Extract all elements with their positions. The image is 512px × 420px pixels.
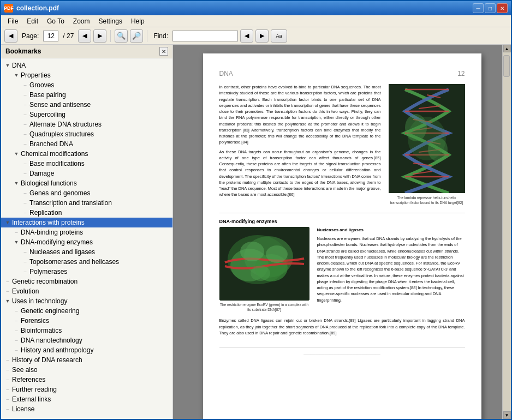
bookmark-label-interactions: Interactions with proteins xyxy=(12,219,85,226)
bookmark-supercoiling[interactable]: – Supercoiling xyxy=(1,110,172,119)
menu-file[interactable]: File xyxy=(3,16,22,26)
bookmark-interactions[interactable]: ▼ Interactions with proteins xyxy=(1,218,172,227)
find-input[interactable] xyxy=(172,31,238,41)
next-page-button[interactable]: ▶ xyxy=(93,29,106,43)
pdf-image-col: The lambda repressor helix-turn-helix tr… xyxy=(389,84,465,205)
window-title: collection.pdf xyxy=(16,4,469,12)
expander-topoisomerases: – xyxy=(21,257,29,266)
bookmark-dna[interactable]: ▼ DNA xyxy=(1,61,172,70)
bookmark-base-mods[interactable]: – Base modifications xyxy=(1,159,172,169)
svg-line-2 xyxy=(419,106,440,109)
bookmark-label-dna-modifying: DNA-modifying enzymes xyxy=(21,238,93,246)
bookmarks-close-button[interactable]: ✕ xyxy=(159,47,168,56)
minimize-button[interactable]: ─ xyxy=(473,3,484,13)
bookmark-genetic-recomb[interactable]: – Genetic recombination xyxy=(1,277,172,286)
pdf-paragraph-1: In contrast, other proteins have evolved… xyxy=(219,84,381,146)
separator-2 xyxy=(147,30,147,42)
bookmark-transcription[interactable]: – Transcription and translation xyxy=(1,198,172,208)
bookmark-license[interactable]: – License xyxy=(1,404,172,414)
bookmark-label-bio: Biological functions xyxy=(21,179,77,187)
enzyme-section-row: The restriction enzyme EcoRV (green) in … xyxy=(219,227,465,312)
bookmark-label-history-anthro: History and anthropology xyxy=(21,346,93,354)
bookmark-history-dna[interactable]: – History of DNA research xyxy=(1,355,172,365)
bookmark-chemical-mods[interactable]: ▼ Chemical modifications xyxy=(1,149,172,159)
bookmark-label-transcription: Transcription and translation xyxy=(29,199,112,207)
maximize-button[interactable]: □ xyxy=(485,3,496,13)
bookmark-genes-genomes[interactable]: – Genes and genomes xyxy=(1,188,172,198)
bookmark-damage[interactable]: – Damage xyxy=(1,169,172,178)
subsection-title: Nucleases and ligases xyxy=(317,227,465,233)
expander-genetic-eng: – xyxy=(12,307,21,315)
expander-supercoiling: – xyxy=(21,110,29,119)
find-label: Find: xyxy=(151,32,170,40)
pdf-viewer[interactable]: DNA 12 In contrast, other proteins have … xyxy=(173,45,511,419)
zoom-out-button[interactable]: 🔍 xyxy=(115,29,128,43)
scroll-up-button[interactable]: ▲ xyxy=(503,45,511,52)
svg-point-15 xyxy=(428,137,448,161)
expander-uses: ▼ xyxy=(3,297,12,305)
bookmark-label-chemical: Chemical modifications xyxy=(21,150,88,158)
find-prev-button[interactable]: ◀ xyxy=(240,29,253,43)
bookmark-dna-nano[interactable]: – DNA nanotechnology xyxy=(1,335,172,345)
bookmark-dna-modifying[interactable]: ▼ DNA-modifying enzymes xyxy=(1,237,172,247)
bookmark-label-branched: Branched DNA xyxy=(29,140,73,148)
bookmark-replication[interactable]: – Replication xyxy=(1,208,172,218)
enzyme-image-col: The restriction enzyme EcoRV (green) in … xyxy=(219,227,309,312)
bookmark-bio-functions[interactable]: ▼ Biological functions xyxy=(1,178,172,188)
bookmark-alternate-dna[interactable]: – Alternate DNA structures xyxy=(1,119,172,129)
scrollbar-track[interactable]: ▲ ▼ xyxy=(502,45,511,419)
bookmark-quadruplex[interactable]: – Quadruplex structures xyxy=(1,129,172,139)
bookmark-uses-tech[interactable]: ▼ Uses in technology xyxy=(1,296,172,306)
bookmark-external-links[interactable]: – External links xyxy=(1,394,172,404)
bookmark-nucleases[interactable]: – Nucleases and ligases xyxy=(1,247,172,257)
bookmark-dna-binding[interactable]: – DNA-binding proteins xyxy=(1,227,172,237)
bookmark-label-further: Further reading xyxy=(12,386,57,393)
bookmark-label-dna-binding: DNA-binding proteins xyxy=(21,229,83,236)
bookmark-label-external: External links xyxy=(12,395,51,403)
bookmark-history-anthro[interactable]: – History and anthropology xyxy=(1,345,172,355)
bookmark-forensics[interactable]: – Forensics xyxy=(1,316,172,326)
prev-page-button[interactable]: ◀ xyxy=(78,29,91,43)
bookmark-label-polymerases: Polymerases xyxy=(29,268,67,275)
bookmarks-tree[interactable]: ▼ DNA ▼ Properties – Grooves – Base pair… xyxy=(1,58,172,419)
menu-edit[interactable]: Edit xyxy=(22,16,43,26)
bookmark-base-pairing[interactable]: – Base pairing xyxy=(1,90,172,100)
menu-bar: File Edit Go To Zoom Settings Help xyxy=(1,15,511,27)
scroll-down-button[interactable]: ▼ xyxy=(503,411,511,419)
bookmark-label-alternate: Alternate DNA structures xyxy=(29,121,102,128)
menu-help[interactable]: Help xyxy=(127,16,149,26)
bookmark-sense-antisense[interactable]: – Sense and antisense xyxy=(1,100,172,110)
bookmark-topoisomerases[interactable]: – Topoisomerases and helicases xyxy=(1,257,172,267)
bookmark-label-properties: Properties xyxy=(21,71,51,79)
zoom-in-button[interactable]: 🔎 xyxy=(130,29,143,43)
enzyme-text-col: Nucleases and ligases Nucleases are enzy… xyxy=(317,227,465,312)
bookmark-further-reading[interactable]: – Further reading xyxy=(1,385,172,394)
bookmark-label-genes: Genes and genomes xyxy=(29,189,90,197)
bookmark-label-sense: Sense and antisense xyxy=(29,101,91,109)
menu-zoom[interactable]: Zoom xyxy=(69,16,94,26)
scroll-thumb[interactable] xyxy=(503,55,510,77)
bookmark-references[interactable]: – References xyxy=(1,375,172,385)
toolbar: ◀ Page: / 27 ◀ ▶ 🔍 🔎 Find: ◀ ▶ Aa xyxy=(1,27,511,45)
bookmark-genetic-eng[interactable]: – Genetic engineering xyxy=(1,306,172,316)
menu-settings[interactable]: Settings xyxy=(94,16,127,26)
bookmark-label-nucleases: Nucleases and ligases xyxy=(29,248,95,256)
bookmark-branched-dna[interactable]: – Branched DNA xyxy=(1,139,172,149)
bookmark-properties[interactable]: ▼ Properties xyxy=(1,70,172,80)
bookmark-bioinformatics[interactable]: – Bioinformatics xyxy=(1,326,172,335)
close-button[interactable]: ✕ xyxy=(497,3,508,13)
bookmark-evolution[interactable]: – Evolution xyxy=(1,286,172,296)
toolbar-back[interactable]: ◀ xyxy=(4,29,17,43)
match-case-button[interactable]: Aa xyxy=(271,29,287,43)
section-divider xyxy=(219,213,465,213)
bookmarks-panel: Bookmarks ✕ ▼ DNA ▼ Properties – Grooves xyxy=(1,45,173,419)
page-input[interactable] xyxy=(43,31,58,41)
bookmark-grooves[interactable]: – Grooves xyxy=(1,80,172,90)
expander-further: – xyxy=(3,385,12,394)
bookmark-label-damage: Damage xyxy=(29,170,54,177)
bookmark-polymerases[interactable]: – Polymerases xyxy=(1,267,172,277)
menu-goto[interactable]: Go To xyxy=(43,16,69,26)
bookmark-see-also[interactable]: – See also xyxy=(1,365,172,375)
find-next-button[interactable]: ▶ xyxy=(255,29,269,43)
expander-dna-nano: – xyxy=(12,336,21,345)
